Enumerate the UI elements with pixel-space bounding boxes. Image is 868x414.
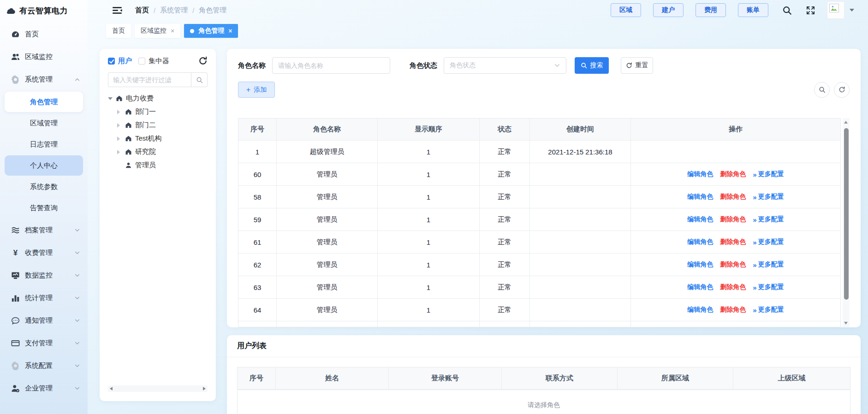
sidebar-item-notice-manage[interactable]: 通知管理 bbox=[0, 309, 88, 332]
sidebar-subitem-role-manage[interactable]: 角色管理 bbox=[5, 92, 83, 112]
avatar[interactable] bbox=[827, 2, 844, 18]
row-actions: 编辑角色删除角色»更多配置 bbox=[687, 215, 784, 224]
delete-role-link[interactable]: 删除角色 bbox=[720, 170, 746, 178]
tab-role-manage[interactable]: 角色管理× bbox=[184, 24, 238, 38]
role-status-select[interactable]: 角色状态 bbox=[444, 57, 566, 74]
sidebar-item-data-monitor[interactable]: 数据监控 bbox=[0, 264, 88, 287]
sidebar-item-fee-manage[interactable]: ¥收费管理 bbox=[0, 242, 88, 264]
more-config-link[interactable]: »更多配置 bbox=[753, 238, 784, 246]
edit-role-link[interactable]: 编辑角色 bbox=[687, 283, 713, 291]
more-config-link[interactable]: »更多配置 bbox=[753, 170, 784, 178]
tree-expand-icon[interactable] bbox=[117, 123, 125, 128]
table-refresh-button[interactable] bbox=[834, 82, 850, 98]
role-table-row[interactable]: 64管理员1正常编辑角色删除角色»更多配置 bbox=[238, 299, 840, 321]
quick-button-fee[interactable]: 费用 bbox=[696, 3, 726, 17]
quick-button-create-account[interactable]: 建户 bbox=[653, 3, 684, 17]
horizontal-scrollbar[interactable] bbox=[108, 385, 208, 392]
delete-role-link[interactable]: 删除角色 bbox=[720, 238, 746, 246]
role-name-input[interactable] bbox=[272, 57, 390, 74]
sidebar-item-region-monitor[interactable]: 区域监控 bbox=[0, 46, 88, 68]
sidebar-subitem-log-manage[interactable]: 日志管理 bbox=[5, 134, 83, 154]
tree-node-dept-2[interactable]: 部门二 bbox=[108, 118, 208, 132]
sidebar-item-stats-manage[interactable]: 统计管理 bbox=[0, 287, 88, 309]
breadcrumb-item[interactable]: 角色管理 bbox=[199, 6, 226, 15]
reset-button[interactable]: 重置 bbox=[621, 57, 653, 74]
sidebar-subitem-system-params[interactable]: 系统参数 bbox=[5, 177, 83, 197]
scroll-up-icon[interactable] bbox=[844, 121, 848, 124]
more-config-link[interactable]: »更多配置 bbox=[753, 193, 784, 201]
tree-expand-icon[interactable] bbox=[117, 136, 125, 141]
tree-filter-input[interactable] bbox=[108, 72, 191, 87]
tree-node-test-org[interactable]: Test机构 bbox=[108, 132, 208, 145]
tree-filter-search-button[interactable] bbox=[191, 72, 208, 87]
role-table-row[interactable]: 61管理员1正常编辑角色删除角色»更多配置 bbox=[238, 231, 840, 254]
delete-role-link[interactable]: 删除角色 bbox=[720, 306, 746, 314]
tree-node-power-fee[interactable]: 电力收费 bbox=[108, 92, 208, 105]
more-config-link[interactable]: »更多配置 bbox=[753, 260, 784, 269]
cell-display-order: 1 bbox=[378, 254, 480, 276]
edit-role-link[interactable]: 编辑角色 bbox=[687, 215, 713, 224]
sidebar-item-archive-manage[interactable]: 档案管理 bbox=[0, 219, 88, 242]
refresh-icon[interactable] bbox=[198, 56, 208, 65]
more-config-link[interactable]: »更多配置 bbox=[753, 283, 784, 291]
role-table-row[interactable]: 63管理员1正常编辑角色删除角色»更多配置 bbox=[238, 276, 840, 299]
concentrator-checkbox[interactable] bbox=[138, 58, 145, 65]
sidebar-subitem-alarm-query[interactable]: 告警查询 bbox=[5, 198, 83, 218]
fullscreen-icon[interactable] bbox=[806, 6, 815, 15]
double-angle-icon: » bbox=[753, 171, 756, 178]
sidebar-collapse-icon[interactable] bbox=[113, 6, 122, 14]
concentrator-checkbox-label[interactable]: 集中器 bbox=[149, 57, 169, 65]
sidebar-item-payment-manage[interactable]: 支付管理 bbox=[0, 332, 88, 355]
edit-role-link[interactable]: 编辑角色 bbox=[687, 306, 713, 314]
breadcrumb-item[interactable]: 系统管理 bbox=[160, 6, 188, 15]
tree-collapse-icon[interactable] bbox=[108, 97, 116, 100]
role-table-row[interactable]: 1超级管理员1正常2021-12-15 21:36:18 bbox=[238, 141, 840, 163]
scrollbar-thumb[interactable] bbox=[844, 128, 849, 300]
role-table-row[interactable]: 60管理员1正常编辑角色删除角色»更多配置 bbox=[238, 163, 840, 186]
edit-role-link[interactable]: 编辑角色 bbox=[687, 170, 713, 178]
tab-region-monitor[interactable]: 区域监控× bbox=[135, 24, 180, 38]
role-table-row[interactable]: 59管理员1正常编辑角色删除角色»更多配置 bbox=[238, 208, 840, 231]
delete-role-link[interactable]: 删除角色 bbox=[720, 260, 746, 269]
quick-button-bill[interactable]: 账单 bbox=[738, 3, 768, 17]
delete-role-link[interactable]: 删除角色 bbox=[720, 215, 746, 224]
user-checkbox-label[interactable]: 用户 bbox=[118, 57, 132, 65]
more-config-link[interactable]: »更多配置 bbox=[753, 215, 784, 224]
table-search-toggle-button[interactable] bbox=[814, 82, 830, 98]
sidebar-item-enterprise-manage[interactable]: 企业管理 bbox=[0, 377, 88, 400]
sidebar-subitem-region-manage[interactable]: 区域管理 bbox=[5, 113, 83, 133]
delete-role-link[interactable]: 删除角色 bbox=[720, 193, 746, 201]
scroll-down-icon[interactable] bbox=[844, 322, 848, 325]
sidebar-item-system-config[interactable]: 系统配置 bbox=[0, 355, 88, 377]
double-angle-icon: » bbox=[753, 193, 756, 201]
search-button[interactable]: 搜索 bbox=[575, 57, 609, 74]
close-icon[interactable]: × bbox=[228, 28, 232, 34]
edit-role-link[interactable]: 编辑角色 bbox=[687, 260, 713, 269]
sidebar-item-home[interactable]: 首页 bbox=[0, 23, 88, 46]
tree-node-research-institute[interactable]: 研究院 bbox=[108, 145, 208, 159]
vertical-scrollbar[interactable] bbox=[843, 118, 850, 327]
more-config-link[interactable]: »更多配置 bbox=[753, 306, 784, 314]
edit-role-link[interactable]: 编辑角色 bbox=[687, 193, 713, 201]
scroll-left-icon[interactable] bbox=[110, 387, 113, 390]
role-table-row[interactable]: 62管理员1正常编辑角色删除角色»更多配置 bbox=[238, 254, 840, 276]
edit-role-link[interactable]: 编辑角色 bbox=[687, 238, 713, 246]
breadcrumb-item[interactable]: 首页 bbox=[135, 6, 149, 15]
quick-button-region[interactable]: 区域 bbox=[611, 3, 641, 17]
scroll-right-icon[interactable] bbox=[203, 387, 206, 390]
user-checkbox[interactable] bbox=[108, 58, 115, 65]
close-icon[interactable]: × bbox=[171, 28, 174, 34]
chevron-down-icon[interactable] bbox=[850, 9, 854, 12]
tree-expand-icon[interactable] bbox=[117, 150, 125, 154]
sidebar-subitem-personal-center[interactable]: 个人中心 bbox=[5, 155, 83, 176]
role-table-row[interactable]: 58管理员1正常编辑角色删除角色»更多配置 bbox=[238, 186, 840, 208]
tree-expand-icon[interactable] bbox=[117, 110, 125, 114]
tab-home[interactable]: 首页 bbox=[106, 24, 131, 38]
chevron-down-icon bbox=[74, 340, 80, 346]
tree-node-admin[interactable]: 管理员 bbox=[108, 159, 208, 172]
tree-node-dept-1[interactable]: 部门一 bbox=[108, 105, 208, 118]
search-icon[interactable] bbox=[782, 6, 792, 15]
add-role-button[interactable]: + 添加 bbox=[238, 82, 275, 98]
delete-role-link[interactable]: 删除角色 bbox=[720, 283, 746, 291]
sidebar-item-system-manage[interactable]: 系统管理 bbox=[0, 68, 88, 91]
